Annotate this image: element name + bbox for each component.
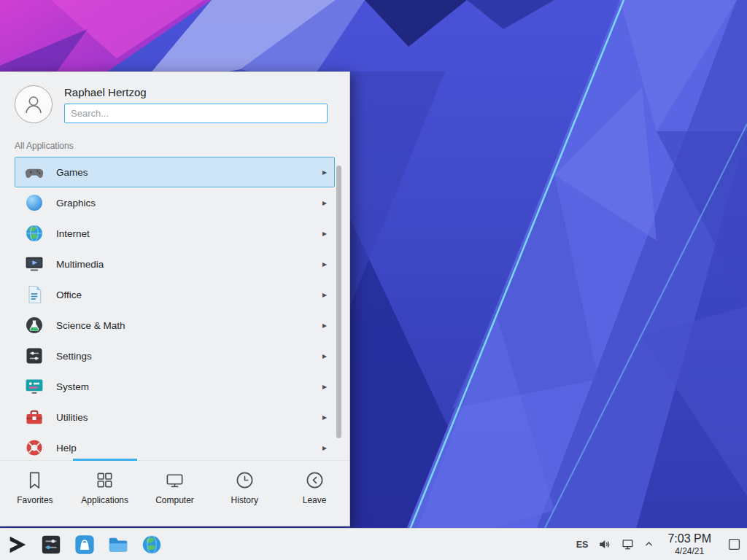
show-desktop-icon	[727, 537, 741, 551]
category-row-games[interactable]: Games ▸	[15, 157, 335, 187]
tab-computer[interactable]: Computer	[140, 461, 210, 526]
globe-icon	[24, 223, 44, 244]
launcher-header: Raphael Hertzog	[0, 72, 349, 136]
tab-label: History	[231, 495, 258, 505]
system-monitor-icon	[24, 376, 44, 397]
multimedia-monitor-icon	[24, 254, 44, 274]
user-avatar[interactable]	[15, 85, 53, 123]
user-icon	[21, 92, 46, 117]
discover-button[interactable]	[73, 533, 96, 556]
clock[interactable]: 7:03 PM 4/24/21	[667, 532, 711, 556]
gamepad-icon	[24, 162, 44, 182]
user-name: Raphael Hertzog	[64, 86, 328, 98]
list-scrollbar[interactable]	[336, 166, 341, 438]
category-row-science-math[interactable]: Science & Math ▸	[15, 310, 335, 341]
browser-button[interactable]	[140, 533, 163, 556]
tab-label: Applications	[81, 495, 128, 505]
active-tab-indicator	[73, 459, 137, 461]
submenu-arrow-icon: ▸	[322, 290, 327, 299]
clock-time: 7:03 PM	[667, 532, 711, 546]
submenu-arrow-icon: ▸	[322, 382, 327, 391]
submenu-arrow-icon: ▸	[322, 198, 327, 207]
tab-favorites[interactable]: Favorites	[0, 461, 70, 526]
category-label: Science & Math	[56, 320, 311, 331]
show-desktop-button[interactable]	[725, 532, 743, 557]
settings-app-button[interactable]	[39, 533, 63, 556]
category-row-help[interactable]: Help ▸	[15, 432, 335, 460]
search-input[interactable]	[64, 104, 328, 123]
desktop: Raphael Hertzog All Applications Games ▸…	[0, 0, 747, 560]
tab-label: Computer	[155, 495, 194, 505]
category-label: Graphics	[56, 198, 311, 209]
settings-sliders-icon	[24, 346, 44, 366]
system-tray: ES 7:03 PM 4/24/21	[576, 532, 743, 557]
submenu-arrow-icon: ▸	[322, 260, 327, 268]
science-flask-icon	[24, 315, 44, 335]
category-label: System	[56, 381, 311, 392]
submenu-arrow-icon: ▸	[322, 229, 327, 238]
category-row-internet[interactable]: Internet ▸	[15, 218, 335, 249]
utilities-toolbox-icon	[24, 407, 44, 427]
category-row-utilities[interactable]: Utilities ▸	[15, 402, 335, 432]
submenu-arrow-icon: ▸	[322, 321, 327, 330]
submenu-arrow-icon: ▸	[322, 413, 327, 421]
browser-globe-icon	[141, 534, 163, 556]
office-document-icon	[24, 284, 44, 305]
category-label: Settings	[56, 351, 311, 362]
category-label: Help	[56, 443, 311, 454]
launcher-tab-bar: Favorites Applications Computer	[0, 460, 349, 526]
tab-label: Favorites	[17, 495, 53, 505]
discover-icon	[74, 534, 96, 556]
category-label: Internet	[56, 228, 311, 239]
tab-history[interactable]: History	[209, 461, 279, 526]
tab-applications[interactable]: Applications	[70, 461, 140, 526]
category-label: Office	[56, 289, 311, 300]
expand-tray-icon[interactable]	[644, 540, 654, 549]
category-row-office[interactable]: Office ▸	[15, 279, 335, 310]
application-launcher-button[interactable]	[6, 533, 29, 556]
settings-sliders-icon	[40, 534, 62, 556]
help-icon	[24, 438, 44, 458]
keyboard-layout-indicator[interactable]: ES	[576, 540, 589, 550]
category-row-settings[interactable]: Settings ▸	[15, 341, 335, 371]
category-label: Utilities	[56, 412, 311, 423]
submenu-arrow-icon: ▸	[322, 443, 327, 452]
file-manager-button[interactable]	[107, 533, 130, 556]
application-launcher-menu: Raphael Hertzog All Applications Games ▸…	[0, 71, 350, 526]
graphics-sphere-icon	[24, 192, 44, 213]
clock-date: 4/24/21	[667, 546, 711, 556]
tab-label: Leave	[303, 495, 327, 505]
section-label: All Applications	[0, 136, 349, 157]
submenu-arrow-icon: ▸	[322, 351, 327, 360]
category-row-graphics[interactable]: Graphics ▸	[15, 187, 335, 218]
category-label: Games	[56, 167, 311, 178]
taskbar: ES 7:03 PM 4/24/21	[0, 528, 747, 560]
application-category-list: Games ▸ Graphics ▸ Internet ▸	[0, 157, 349, 460]
tab-leave[interactable]: Leave	[279, 461, 349, 526]
category-label: Multimedia	[56, 259, 311, 270]
clock-icon	[235, 470, 255, 490]
bookmark-icon	[25, 470, 44, 490]
grid-icon	[95, 470, 115, 490]
file-manager-folder-icon	[107, 534, 129, 556]
application-launcher-icon	[7, 534, 28, 556]
category-row-system[interactable]: System ▸	[15, 371, 335, 402]
network-icon[interactable]	[621, 537, 635, 551]
volume-icon[interactable]	[597, 537, 611, 551]
leave-icon	[305, 470, 325, 490]
submenu-arrow-icon: ▸	[322, 168, 327, 176]
computer-icon	[165, 470, 185, 490]
category-row-multimedia[interactable]: Multimedia ▸	[15, 249, 335, 279]
